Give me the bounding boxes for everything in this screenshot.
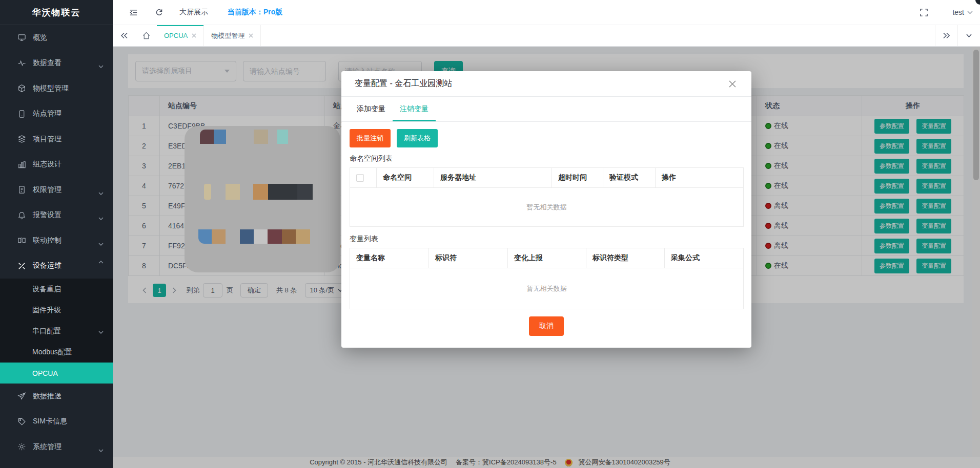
- sidebar-item[interactable]: 组态设计: [0, 152, 113, 178]
- sidebar-item[interactable]: SIM卡信息: [0, 409, 113, 435]
- redaction-block: [200, 130, 214, 144]
- sidebar-item[interactable]: 物模型管理: [0, 76, 113, 101]
- big-screen-link[interactable]: 大屏展示: [179, 8, 208, 17]
- version-label[interactable]: 当前版本：Pro版: [228, 8, 282, 17]
- close-tab-icon[interactable]: [192, 33, 196, 38]
- redaction-block: [253, 184, 268, 200]
- redaction-block: [277, 130, 288, 144]
- variable-header-row: 变量名称标识符变化上报标识符类型采集公式: [350, 248, 744, 268]
- redaction-block: [212, 229, 226, 244]
- chevron-down-icon: [98, 188, 104, 192]
- redaction-block: [268, 229, 282, 244]
- page-tab[interactable]: 物模型管理: [204, 25, 261, 46]
- username: test: [952, 8, 964, 16]
- redaction-block: [198, 229, 212, 244]
- variable-empty-state: 暂无相关数据: [350, 268, 744, 309]
- sidebar-item[interactable]: 概览: [0, 25, 113, 51]
- cancel-button[interactable]: 取消: [529, 316, 564, 336]
- redaction-block: [204, 184, 211, 200]
- overview-icon: [17, 33, 26, 42]
- fullscreen-icon[interactable]: [918, 7, 929, 17]
- chevron-down-icon: [98, 327, 104, 335]
- modal-header: 变量配置 - 金石工业园测站: [341, 71, 751, 97]
- close-icon[interactable]: [727, 78, 738, 90]
- namespace-empty-state: 暂无相关数据: [350, 188, 744, 227]
- collapse-sidebar-icon[interactable]: [128, 7, 138, 17]
- redaction-block: [297, 184, 313, 200]
- redaction-block: [214, 130, 226, 144]
- chevron-down-icon: [98, 214, 104, 217]
- sidebar: 华沃物联云 概览 数据查看 物模型管理 站点管理 项目管理: [0, 0, 113, 468]
- sidebar-item[interactable]: 系统管理: [0, 434, 113, 460]
- namespace-table: 命名空间服务器地址超时时间验证模式操作 暂无相关数据: [350, 167, 744, 227]
- page-tab[interactable]: OPCUA: [157, 25, 204, 46]
- sidebar-subitem[interactable]: 设备重启: [0, 279, 113, 300]
- tabs-menu-chevron-icon[interactable]: [957, 25, 980, 46]
- chevron-down-icon: [98, 61, 104, 65]
- scada-icon: [17, 160, 26, 169]
- redaction-block: [240, 229, 254, 244]
- select-all-checkbox[interactable]: [356, 174, 364, 182]
- sidebar-subitem[interactable]: 固件升级: [0, 300, 113, 321]
- namespace-section-title: 命名空间列表: [350, 154, 743, 163]
- variable-config-modal: 变量配置 - 金石工业园测站 添加变量注销变量 批量注销 刷新表格 命名空间列表…: [341, 71, 751, 348]
- redaction-block: [296, 229, 310, 244]
- app-logo: 华沃物联云: [0, 0, 113, 25]
- chevron-down-icon: [98, 445, 104, 449]
- sidebar-subitem[interactable]: OPCUA: [0, 363, 113, 384]
- chevron-down-icon: [967, 11, 973, 14]
- sidebar-item[interactable]: 联动控制: [0, 228, 113, 253]
- sidebar-subitem[interactable]: Modbus配置: [0, 342, 113, 363]
- site-icon: [17, 109, 26, 118]
- sidebar-item[interactable]: 权限管理: [0, 177, 113, 203]
- linkage-icon: [17, 236, 26, 245]
- alarm-icon: [17, 210, 26, 220]
- batch-unregister-button[interactable]: 批量注销: [350, 129, 391, 147]
- ops-icon: [17, 261, 26, 270]
- redaction-block: [282, 229, 296, 244]
- home-icon[interactable]: [135, 25, 157, 46]
- close-tab-icon[interactable]: [249, 33, 253, 38]
- sidebar-item[interactable]: 站点管理: [0, 101, 113, 127]
- redaction-block: [254, 229, 268, 244]
- top-bar: 大屏展示 当前版本：Pro版 test: [113, 0, 980, 25]
- modal-tab[interactable]: 添加变量: [350, 97, 393, 121]
- refresh-icon[interactable]: [154, 7, 164, 17]
- chevron-down-icon: [98, 239, 104, 242]
- data-view-icon: [17, 58, 26, 68]
- sidebar-item[interactable]: 数据推送: [0, 384, 113, 409]
- variable-section-title: 变量列表: [350, 235, 743, 244]
- modal-title: 变量配置 - 金石工业园测站: [355, 78, 452, 89]
- user-menu[interactable]: test: [952, 8, 973, 16]
- sidebar-item[interactable]: 数据查看: [0, 51, 113, 76]
- variable-table: 变量名称标识符变化上报标识符类型采集公式 暂无相关数据: [350, 248, 744, 309]
- settings-icon: [17, 442, 26, 452]
- permission-icon: [17, 185, 26, 195]
- tabs-scroll-right-icon[interactable]: [935, 25, 957, 46]
- redaction-block: [226, 184, 240, 200]
- tabs-scroll-left-icon[interactable]: [113, 25, 135, 46]
- redaction-block: [268, 184, 297, 200]
- project-icon: [17, 135, 26, 144]
- sidebar-subitem[interactable]: 串口配置: [0, 321, 113, 342]
- namespace-header-row: 命名空间服务器地址超时时间验证模式操作: [350, 168, 744, 188]
- refresh-table-button[interactable]: 刷新表格: [397, 129, 438, 147]
- tab-bar: OPCUA 物模型管理: [113, 25, 980, 47]
- push-icon: [17, 392, 26, 401]
- thing-model-icon: [17, 84, 26, 93]
- modal-tab[interactable]: 注销变量: [393, 97, 436, 121]
- redaction-block: [254, 130, 268, 144]
- sidebar-item[interactable]: 项目管理: [0, 126, 113, 152]
- sidebar-item[interactable]: 设备运维: [0, 253, 113, 279]
- chevron-down-icon: [98, 264, 104, 267]
- sim-icon: [17, 417, 26, 426]
- sidebar-item[interactable]: 报警设置: [0, 203, 113, 228]
